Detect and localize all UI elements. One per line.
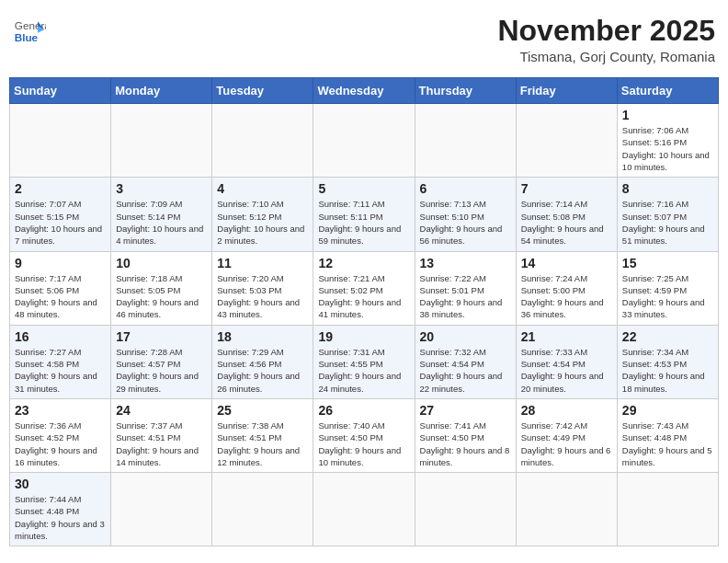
day-number: 19 — [318, 329, 409, 344]
col-header-sunday: Sunday — [10, 78, 111, 104]
calendar-week-row: 1Sunrise: 7:06 AM Sunset: 5:16 PM Daylig… — [10, 104, 719, 178]
calendar-cell: 20Sunrise: 7:32 AM Sunset: 4:54 PM Dayli… — [415, 325, 516, 398]
day-info: Sunrise: 7:44 AM Sunset: 4:48 PM Dayligh… — [15, 493, 106, 542]
title-area: November 2025 Tismana, Gorj County, Roma… — [497, 15, 715, 64]
calendar-cell — [516, 104, 617, 178]
day-info: Sunrise: 7:07 AM Sunset: 5:15 PM Dayligh… — [15, 198, 106, 247]
calendar-cell: 18Sunrise: 7:29 AM Sunset: 4:56 PM Dayli… — [212, 325, 313, 398]
calendar-cell: 29Sunrise: 7:43 AM Sunset: 4:48 PM Dayli… — [617, 398, 718, 472]
day-info: Sunrise: 7:18 AM Sunset: 5:05 PM Dayligh… — [116, 272, 207, 321]
day-number: 8 — [622, 181, 713, 196]
calendar-cell: 12Sunrise: 7:21 AM Sunset: 5:02 PM Dayli… — [313, 251, 415, 325]
day-info: Sunrise: 7:13 AM Sunset: 5:10 PM Dayligh… — [420, 198, 511, 247]
day-info: Sunrise: 7:11 AM Sunset: 5:11 PM Dayligh… — [318, 198, 409, 247]
calendar-cell — [10, 104, 111, 178]
calendar-cell: 10Sunrise: 7:18 AM Sunset: 5:05 PM Dayli… — [111, 251, 212, 325]
calendar-week-row: 2Sunrise: 7:07 AM Sunset: 5:15 PM Daylig… — [10, 178, 719, 251]
calendar-table: SundayMondayTuesdayWednesdayThursdayFrid… — [9, 77, 719, 546]
day-number: 5 — [318, 181, 409, 196]
day-info: Sunrise: 7:24 AM Sunset: 5:00 PM Dayligh… — [521, 272, 612, 321]
day-number: 3 — [116, 181, 207, 196]
day-number: 29 — [622, 403, 713, 418]
day-number: 24 — [116, 403, 207, 418]
day-info: Sunrise: 7:10 AM Sunset: 5:12 PM Dayligh… — [217, 198, 308, 247]
calendar-cell — [617, 473, 718, 546]
col-header-friday: Friday — [516, 78, 617, 104]
day-number: 15 — [622, 256, 713, 270]
subtitle: Tismana, Gorj County, Romania — [497, 49, 715, 64]
day-info: Sunrise: 7:33 AM Sunset: 4:54 PM Dayligh… — [521, 346, 612, 395]
logo: General Blue — [13, 15, 48, 48]
day-number: 14 — [521, 256, 612, 270]
calendar-cell — [415, 104, 516, 178]
calendar-cell — [212, 473, 313, 546]
calendar-week-row: 16Sunrise: 7:27 AM Sunset: 4:58 PM Dayli… — [10, 325, 719, 398]
day-number: 27 — [420, 403, 511, 418]
day-info: Sunrise: 7:43 AM Sunset: 4:48 PM Dayligh… — [622, 419, 713, 468]
calendar-cell: 25Sunrise: 7:38 AM Sunset: 4:51 PM Dayli… — [212, 398, 313, 472]
day-number: 9 — [15, 256, 106, 270]
calendar-cell: 27Sunrise: 7:41 AM Sunset: 4:50 PM Dayli… — [415, 398, 516, 472]
col-header-thursday: Thursday — [415, 78, 516, 104]
calendar-cell — [212, 104, 313, 178]
day-number: 16 — [15, 329, 106, 344]
col-header-saturday: Saturday — [617, 78, 718, 104]
calendar-cell: 23Sunrise: 7:36 AM Sunset: 4:52 PM Dayli… — [10, 398, 111, 472]
calendar-cell: 24Sunrise: 7:37 AM Sunset: 4:51 PM Dayli… — [111, 398, 212, 472]
calendar-cell: 28Sunrise: 7:42 AM Sunset: 4:49 PM Dayli… — [516, 398, 617, 472]
day-number: 2 — [15, 181, 106, 196]
calendar-cell: 21Sunrise: 7:33 AM Sunset: 4:54 PM Dayli… — [516, 325, 617, 398]
day-number: 22 — [622, 329, 713, 344]
calendar-cell: 6Sunrise: 7:13 AM Sunset: 5:10 PM Daylig… — [415, 178, 516, 251]
main-title: November 2025 — [497, 15, 715, 47]
day-info: Sunrise: 7:41 AM Sunset: 4:50 PM Dayligh… — [420, 419, 511, 468]
calendar-cell: 7Sunrise: 7:14 AM Sunset: 5:08 PM Daylig… — [516, 178, 617, 251]
col-header-wednesday: Wednesday — [313, 78, 415, 104]
calendar-cell: 8Sunrise: 7:16 AM Sunset: 5:07 PM Daylig… — [617, 178, 718, 251]
calendar-cell — [111, 473, 212, 546]
day-number: 6 — [420, 181, 511, 196]
day-info: Sunrise: 7:06 AM Sunset: 5:16 PM Dayligh… — [622, 124, 713, 173]
calendar-cell: 4Sunrise: 7:10 AM Sunset: 5:12 PM Daylig… — [212, 178, 313, 251]
day-number: 10 — [116, 256, 207, 270]
calendar-cell: 13Sunrise: 7:22 AM Sunset: 5:01 PM Dayli… — [415, 251, 516, 325]
day-number: 11 — [217, 256, 308, 270]
day-number: 20 — [420, 329, 511, 344]
day-info: Sunrise: 7:42 AM Sunset: 4:49 PM Dayligh… — [521, 419, 612, 468]
day-info: Sunrise: 7:40 AM Sunset: 4:50 PM Dayligh… — [318, 419, 409, 468]
day-number: 28 — [521, 403, 612, 418]
logo-icon: General Blue — [13, 15, 46, 48]
day-info: Sunrise: 7:32 AM Sunset: 4:54 PM Dayligh… — [420, 346, 511, 395]
day-number: 1 — [622, 108, 713, 122]
day-info: Sunrise: 7:31 AM Sunset: 4:55 PM Dayligh… — [318, 346, 409, 395]
calendar-cell — [516, 473, 617, 546]
calendar-cell: 15Sunrise: 7:25 AM Sunset: 4:59 PM Dayli… — [617, 251, 718, 325]
calendar-cell — [111, 104, 212, 178]
calendar-week-row: 23Sunrise: 7:36 AM Sunset: 4:52 PM Dayli… — [10, 398, 719, 472]
calendar-cell: 2Sunrise: 7:07 AM Sunset: 5:15 PM Daylig… — [10, 178, 111, 251]
calendar-week-row: 30Sunrise: 7:44 AM Sunset: 4:48 PM Dayli… — [10, 473, 719, 546]
calendar-cell: 9Sunrise: 7:17 AM Sunset: 5:06 PM Daylig… — [10, 251, 111, 325]
calendar-cell — [313, 104, 415, 178]
day-info: Sunrise: 7:14 AM Sunset: 5:08 PM Dayligh… — [521, 198, 612, 247]
day-number: 4 — [217, 181, 308, 196]
calendar-cell: 19Sunrise: 7:31 AM Sunset: 4:55 PM Dayli… — [313, 325, 415, 398]
calendar-cell: 5Sunrise: 7:11 AM Sunset: 5:11 PM Daylig… — [313, 178, 415, 251]
calendar-cell: 14Sunrise: 7:24 AM Sunset: 5:00 PM Dayli… — [516, 251, 617, 325]
day-info: Sunrise: 7:36 AM Sunset: 4:52 PM Dayligh… — [15, 419, 106, 468]
day-info: Sunrise: 7:29 AM Sunset: 4:56 PM Dayligh… — [217, 346, 308, 395]
day-number: 12 — [318, 256, 409, 270]
day-info: Sunrise: 7:21 AM Sunset: 5:02 PM Dayligh… — [318, 272, 409, 321]
col-header-tuesday: Tuesday — [212, 78, 313, 104]
day-number: 30 — [15, 477, 106, 491]
day-info: Sunrise: 7:16 AM Sunset: 5:07 PM Dayligh… — [622, 198, 713, 247]
calendar-cell: 1Sunrise: 7:06 AM Sunset: 5:16 PM Daylig… — [617, 104, 718, 178]
day-info: Sunrise: 7:09 AM Sunset: 5:14 PM Dayligh… — [116, 198, 207, 247]
calendar-cell — [313, 473, 415, 546]
calendar-cell: 26Sunrise: 7:40 AM Sunset: 4:50 PM Dayli… — [313, 398, 415, 472]
day-number: 26 — [318, 403, 409, 418]
day-info: Sunrise: 7:28 AM Sunset: 4:57 PM Dayligh… — [116, 346, 207, 395]
day-info: Sunrise: 7:37 AM Sunset: 4:51 PM Dayligh… — [116, 419, 207, 468]
header: General Blue November 2025 Tismana, Gorj… — [9, 9, 719, 70]
calendar-week-row: 9Sunrise: 7:17 AM Sunset: 5:06 PM Daylig… — [10, 251, 719, 325]
